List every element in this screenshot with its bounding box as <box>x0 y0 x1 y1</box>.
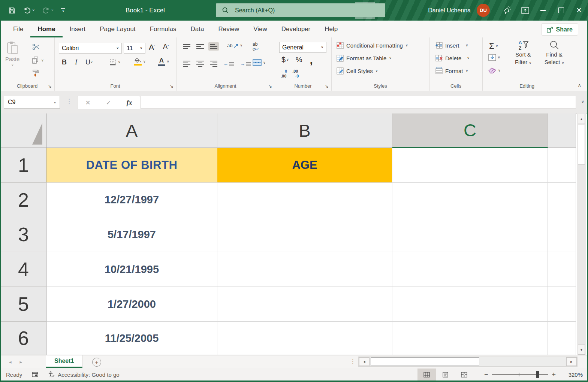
zoom-level[interactable]: 320% <box>560 372 583 378</box>
redo-chevron-icon[interactable]: ∨ <box>51 9 54 12</box>
maximize-button[interactable] <box>552 0 570 21</box>
cell-c6[interactable] <box>392 322 548 355</box>
close-button[interactable]: × <box>570 0 588 21</box>
autosum-button[interactable]: Σ∨ <box>489 41 498 51</box>
font-color-button[interactable]: A ∨ <box>158 57 169 66</box>
decrease-indent-button[interactable]: ← <box>223 61 234 67</box>
cell-styles-button[interactable]: Cell Styles∨ <box>337 67 378 75</box>
accessibility-status[interactable]: Accessibility: Good to go <box>48 371 119 378</box>
underline-button[interactable]: U∨ <box>85 58 93 66</box>
find-select-button[interactable]: Find &Select ∨ <box>539 40 569 66</box>
decrease-font-size-button[interactable]: Aˇ <box>163 43 169 51</box>
cell-a2[interactable]: 12/27/1997 <box>46 183 217 217</box>
merge-center-button[interactable]: ∨ <box>253 59 266 66</box>
number-dialog-launcher-icon[interactable]: ↘ <box>325 84 329 88</box>
format-cells-button[interactable]: Format∨ <box>435 67 468 74</box>
tab-page-layout[interactable]: Page Layout <box>93 21 142 37</box>
tab-insert[interactable]: Insert <box>63 21 93 37</box>
vertical-scrollbar-thumb[interactable] <box>578 125 585 164</box>
expand-formula-bar-icon[interactable]: ∨ <box>581 99 584 104</box>
select-all-corner[interactable] <box>1 113 46 148</box>
row-header-1[interactable]: 1 <box>1 148 46 183</box>
normal-view-button[interactable] <box>417 369 436 381</box>
collapse-ribbon-icon[interactable]: ∧ <box>578 82 581 88</box>
cell-b2[interactable] <box>217 183 392 217</box>
scroll-right-icon[interactable]: ► <box>566 357 577 366</box>
sheet-tab-sheet1[interactable]: Sheet1 <box>46 355 82 368</box>
cell-d5[interactable] <box>548 287 576 322</box>
vertical-scrollbar[interactable]: ▲ ▼ <box>577 113 586 355</box>
macro-record-button[interactable] <box>32 372 38 378</box>
user-name[interactable]: Daniel Uchenna <box>428 7 471 14</box>
sort-filter-button[interactable]: AZ Sort &Filter ∨ <box>508 40 539 66</box>
undo-button[interactable]: ∨ <box>23 7 35 14</box>
bold-button[interactable]: B <box>62 58 67 66</box>
decrease-decimal-button[interactable]: .00→0 <box>292 69 299 78</box>
cell-d2[interactable] <box>548 183 576 217</box>
cell-c4[interactable] <box>392 252 548 287</box>
enter-icon[interactable]: ✓ <box>106 99 111 107</box>
fill-button[interactable]: ∨ <box>488 54 500 61</box>
cell-d1[interactable] <box>548 148 576 183</box>
save-button[interactable] <box>8 7 16 14</box>
cell-c3[interactable] <box>392 217 548 252</box>
cell-b3[interactable] <box>217 217 392 252</box>
font-dialog-launcher-icon[interactable]: ↘ <box>170 84 174 88</box>
cell-a5[interactable]: 1/27/2000 <box>46 287 217 322</box>
cell-a6[interactable]: 11/25/2005 <box>46 322 217 355</box>
insert-cells-button[interactable]: Insert∨ <box>435 42 468 49</box>
cell-c2[interactable] <box>392 183 548 217</box>
alignment-dialog-launcher-icon[interactable]: ↘ <box>268 84 272 88</box>
number-format-select[interactable]: General∨ <box>279 42 326 53</box>
wrap-text-button[interactable]: ab c↩ <box>253 42 259 52</box>
search-input[interactable] <box>234 7 379 14</box>
next-sheet-icon[interactable]: ▸ <box>20 359 22 365</box>
cancel-icon[interactable]: ✕ <box>85 99 90 107</box>
cell-a3[interactable]: 5/17/1997 <box>46 217 217 252</box>
accounting-format-button[interactable]: $ <box>281 55 286 64</box>
undo-chevron-icon[interactable]: ∨ <box>32 9 35 12</box>
copy-button[interactable]: ∨ <box>31 56 44 64</box>
cell-b1[interactable]: AGE <box>217 148 392 183</box>
column-header-b[interactable]: B <box>217 113 392 148</box>
clipboard-dialog-launcher-icon[interactable]: ↘ <box>48 84 52 88</box>
cell-a4[interactable]: 10/21/1995 <box>46 252 217 287</box>
avatar[interactable]: DU <box>477 4 490 17</box>
tab-data[interactable]: Data <box>184 21 211 37</box>
top-align-button[interactable] <box>183 44 190 49</box>
align-left-button[interactable] <box>183 61 190 67</box>
row-header-5[interactable]: 5 <box>1 287 46 322</box>
name-box[interactable]: C9 ▾ <box>4 96 60 109</box>
tab-help[interactable]: Help <box>317 21 345 37</box>
conditional-formatting-button[interactable]: Conditional Formatting∨ <box>337 42 408 49</box>
redo-button[interactable]: ∨ <box>42 7 54 14</box>
cut-button[interactable] <box>32 43 40 50</box>
delete-cells-button[interactable]: Delete∨ <box>435 55 470 61</box>
formula-bar-drag-handle[interactable]: ⋮ <box>66 97 72 105</box>
middle-align-button[interactable] <box>196 44 204 49</box>
horizontal-scrollbar[interactable]: ◄ ► <box>358 357 578 367</box>
cell-c5[interactable] <box>392 287 548 322</box>
zoom-out-icon[interactable]: − <box>480 371 492 379</box>
fill-color-button[interactable]: ∨ <box>134 58 146 66</box>
horizontal-scrollbar-thumb[interactable] <box>371 357 479 366</box>
format-painter-button[interactable] <box>31 69 40 78</box>
coming-soon-button[interactable] <box>498 0 516 21</box>
tab-file[interactable]: File <box>6 21 30 37</box>
cell-d4[interactable] <box>548 252 576 287</box>
font-size-select[interactable]: 11∨ <box>124 43 145 54</box>
bottom-align-button[interactable] <box>208 42 219 51</box>
customize-quick-access-button[interactable]: ∨ <box>61 8 65 13</box>
zoom-in-icon[interactable]: + <box>548 371 560 379</box>
paste-button[interactable]: Paste ∨ <box>5 41 19 67</box>
align-center-button[interactable] <box>196 61 204 67</box>
cell-a1[interactable]: DATE OF BIRTH <box>46 148 217 183</box>
formula-bar[interactable] <box>141 96 576 109</box>
accounting-format-chevron-icon[interactable]: ∨ <box>286 58 289 61</box>
font-name-select[interactable]: Calibri∨ <box>59 43 122 54</box>
tab-home[interactable]: Home <box>30 21 62 37</box>
scrollbar-resize-handle[interactable]: ⋮ <box>350 358 356 365</box>
zoom-slider[interactable] <box>492 374 548 375</box>
clear-button[interactable]: ∨ <box>488 67 501 74</box>
page-break-preview-button[interactable] <box>455 369 474 381</box>
